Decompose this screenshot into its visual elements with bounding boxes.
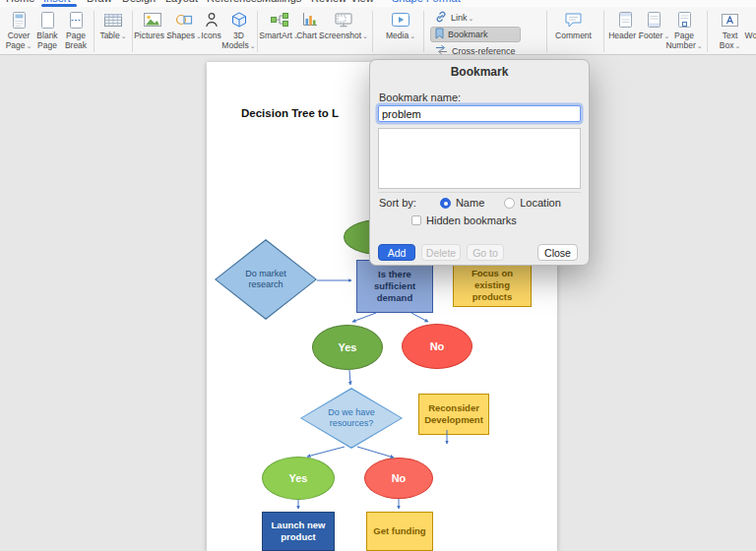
add-button[interactable]: Add <box>378 244 415 261</box>
links-group: Link⌄ Bookmark Cross-reference <box>430 9 521 58</box>
pictures-button[interactable]: Pictures⌄ <box>136 9 169 41</box>
bookmark-name-input[interactable] <box>378 105 581 122</box>
page-break-icon <box>70 10 83 30</box>
shape-label: Yes <box>339 341 357 353</box>
shape-yes-2[interactable]: Yes <box>262 457 335 500</box>
page-number-label: Page Number <box>665 31 695 50</box>
bookmark-icon <box>435 28 444 41</box>
footer-button[interactable]: Footer⌄ <box>641 9 668 41</box>
bookmark-button[interactable]: Bookmark <box>430 27 521 42</box>
hidden-bookmarks-row: Hidden bookmarks <box>411 214 517 226</box>
close-button[interactable]: Close <box>537 244 578 261</box>
chevron-down-icon: ⌄ <box>697 42 703 49</box>
shape-focus-existing[interactable]: Focus on existing products <box>453 264 532 307</box>
group-separator <box>707 11 708 52</box>
sort-location-label: Location <box>520 197 561 209</box>
ribbon-tab-bar: Home Insert Draw Design Layout Reference… <box>0 0 756 7</box>
screenshot-label: Screenshot <box>319 31 361 40</box>
page-number-icon <box>678 10 691 30</box>
tab-view[interactable]: View <box>350 0 374 4</box>
shape-label: Yes <box>289 472 308 484</box>
icons-button[interactable]: Icons <box>199 9 223 41</box>
shape-no-1[interactable]: No <box>402 324 472 369</box>
tab-draw[interactable]: Draw <box>87 0 112 4</box>
chart-label: Chart <box>296 31 317 40</box>
shape-reconsider-development[interactable]: Reconsider Development <box>418 394 489 435</box>
footer-label: Footer <box>639 31 663 40</box>
dialog-divider <box>378 192 581 193</box>
sort-location-radio[interactable] <box>504 198 515 209</box>
sort-by-row: Sort by: Name Location <box>379 197 561 209</box>
comment-label: Comment <box>555 31 592 41</box>
shape-get-funding[interactable]: Get funding <box>366 512 433 551</box>
chevron-down-icon: ⌄ <box>469 15 474 22</box>
tab-shape-format[interactable]: Shape Format <box>392 0 461 4</box>
bookmark-label: Bookmark <box>448 30 488 39</box>
shape-launch-product[interactable]: Launch new product <box>262 512 335 551</box>
bookmark-list[interactable] <box>378 128 581 189</box>
cross-reference-button[interactable]: Cross-reference <box>430 43 521 58</box>
table-icon <box>104 10 122 30</box>
pictures-label: Pictures <box>134 31 164 40</box>
chevron-down-icon: ⌄ <box>362 32 368 39</box>
shape-label: No <box>430 340 445 352</box>
document-title[interactable]: Decision Tree to L <box>241 107 339 119</box>
media-icon <box>392 10 410 30</box>
shape-label: Do market research <box>215 239 317 320</box>
text-box-button[interactable]: Text Box⌄ <box>715 9 746 51</box>
tab-references[interactable]: References <box>207 0 262 4</box>
tab-review[interactable]: Review <box>311 0 346 4</box>
sort-name-radio[interactable] <box>440 198 451 209</box>
cross-reference-icon <box>435 44 448 57</box>
group-separator <box>94 11 94 52</box>
group-separator <box>423 11 424 52</box>
cover-page-button[interactable]: Cover Page⌄ <box>4 9 33 51</box>
media-button[interactable]: Media⌄ <box>384 9 417 41</box>
tab-mailings[interactable]: Mailings <box>262 0 301 4</box>
bookmark-name-label: Bookmark name: <box>379 92 461 103</box>
table-label: Table <box>99 31 119 40</box>
shapes-button[interactable]: Shapes⌄ <box>169 9 199 41</box>
insert-ribbon: Cover Page⌄ Blank Page Page Break Table⌄ <box>0 7 756 55</box>
3d-models-button[interactable]: 3D Models⌄ <box>223 9 254 51</box>
blank-page-icon <box>41 10 54 30</box>
dialog-title: Bookmark <box>370 65 589 79</box>
header-icon <box>619 10 632 30</box>
wordart-label: WordArt <box>745 31 756 40</box>
page-number-button[interactable]: Page Number⌄ <box>668 9 701 51</box>
shape-yes-1[interactable]: Yes <box>312 325 383 370</box>
shape-sufficient-demand[interactable]: Is there sufficient demand <box>356 260 433 313</box>
tab-design[interactable]: Design <box>122 0 156 4</box>
shape-have-resources[interactable]: Do we have resources? <box>300 388 403 449</box>
hidden-bookmarks-checkbox[interactable] <box>411 215 421 225</box>
table-button[interactable]: Table⌄ <box>97 9 129 41</box>
sort-by-label: Sort by: <box>379 197 416 209</box>
shape-do-market-research[interactable]: Do market research <box>215 239 317 320</box>
blank-page-button[interactable]: Blank Page <box>33 9 61 51</box>
chevron-down-icon: ⌄ <box>410 32 415 39</box>
smartart-button[interactable]: SmartArt⌄ <box>261 9 297 41</box>
group-separator <box>372 11 373 52</box>
tab-home[interactable]: Home <box>6 0 34 4</box>
media-label: Media <box>386 31 409 40</box>
icons-icon <box>205 10 219 30</box>
page-break-button[interactable]: Page Break <box>61 9 91 51</box>
screenshot-button[interactable]: Screenshot⌄ <box>323 9 364 41</box>
bookmark-dialog: Bookmark Bookmark name: Sort by: Name Lo… <box>369 59 590 266</box>
smartart-icon <box>271 10 288 30</box>
link-label: Link <box>451 13 468 23</box>
shape-no-2[interactable]: No <box>364 458 433 499</box>
shape-label: No <box>392 472 407 484</box>
chevron-down-icon: ⌄ <box>250 42 256 49</box>
header-button[interactable]: Header⌄ <box>611 9 641 41</box>
shape-label: Launch new product <box>265 520 332 543</box>
go-to-button: Go to <box>467 244 504 261</box>
shape-label: Is there sufficient demand <box>359 269 430 304</box>
icons-label: Icons <box>201 31 220 41</box>
tab-layout[interactable]: Layout <box>165 0 198 4</box>
link-button[interactable]: Link⌄ <box>430 10 521 26</box>
hidden-bookmarks-label: Hidden bookmarks <box>426 214 517 226</box>
wordart-button[interactable]: WordArt⌄ <box>746 9 756 41</box>
cover-page-icon <box>13 10 26 30</box>
comment-button[interactable]: Comment <box>554 9 594 41</box>
